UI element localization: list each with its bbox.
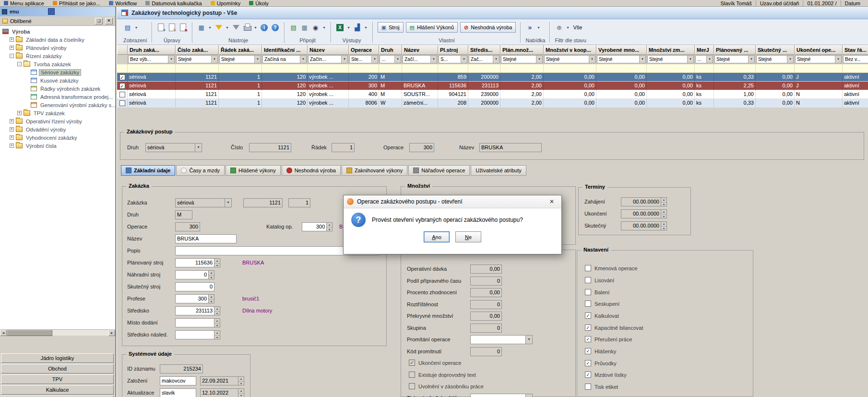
procento-zhodnoceni-field[interactable]: 0,00 bbox=[470, 288, 502, 297]
cislo-field[interactable]: 1121 bbox=[249, 143, 291, 152]
filter-icon[interactable] bbox=[215, 25, 222, 30]
sidebar-hscrollbar[interactable] bbox=[0, 329, 115, 336]
spinner-icon[interactable] bbox=[214, 318, 220, 327]
expand-icon[interactable] bbox=[10, 46, 14, 50]
expand-icon[interactable] bbox=[10, 144, 14, 148]
tree-item[interactable]: TPV zakázek bbox=[0, 109, 115, 117]
katalog-op-field[interactable]: 300 bbox=[302, 222, 327, 231]
radek-field[interactable]: 1 bbox=[332, 143, 355, 152]
filter-dropdown[interactable]: Stejné bbox=[501, 55, 543, 63]
tree-item[interactable]: Řádky výrobních zakázek bbox=[0, 84, 115, 93]
column-header[interactable]: Středis... bbox=[468, 45, 500, 55]
zakazka-radek-field[interactable]: 1 bbox=[288, 198, 310, 207]
promitani-operace-combo[interactable] bbox=[470, 335, 533, 344]
baleni-checkbox[interactable] bbox=[585, 289, 591, 295]
nazev-field[interactable]: BRUSKA bbox=[479, 143, 542, 152]
sidebar-titlebar[interactable]: enu bbox=[0, 7, 115, 16]
attach-photo-icon[interactable] bbox=[311, 23, 320, 32]
row-checkbox[interactable] bbox=[119, 92, 125, 97]
spinner-icon[interactable] bbox=[214, 306, 220, 315]
close-icon[interactable] bbox=[105, 18, 113, 24]
spinner-icon[interactable] bbox=[214, 258, 220, 267]
zakazka-cislo-field[interactable]: 1121 bbox=[243, 198, 283, 207]
module-button-kalkulace[interactable]: Kalkulace bbox=[1, 385, 114, 395]
pin-icon[interactable] bbox=[48, 8, 55, 15]
filter-dropdown[interactable]: Stejné bbox=[795, 55, 842, 63]
ukonceni-operace-checkbox[interactable]: ✓ bbox=[409, 360, 415, 366]
spinner-icon[interactable] bbox=[238, 388, 244, 397]
expand-icon[interactable] bbox=[10, 127, 14, 132]
zahajeni-date-field[interactable]: 00.00.0000 bbox=[621, 197, 661, 206]
spinner-icon[interactable] bbox=[238, 376, 244, 385]
module-button-obchod[interactable]: Obchod bbox=[1, 364, 114, 373]
chevron-down-icon[interactable] bbox=[254, 25, 258, 30]
tree-item[interactable]: Operativní řízení výroby bbox=[0, 117, 115, 125]
chart-export-icon[interactable] bbox=[353, 23, 362, 32]
chevron-down-icon[interactable] bbox=[536, 25, 540, 30]
tab-neshodna-vyroba[interactable]: Neshodná výroba bbox=[282, 165, 341, 176]
menu-item-workflow[interactable]: Workflow bbox=[109, 0, 137, 6]
print-icon[interactable] bbox=[243, 23, 251, 32]
minimize-icon[interactable] bbox=[95, 18, 103, 24]
row-checkbox[interactable] bbox=[119, 100, 125, 106]
nahradni-stroj-field[interactable]: 0 bbox=[175, 270, 209, 279]
tree-item[interactable]: Plánování výroby bbox=[0, 44, 115, 52]
spinner-icon[interactable] bbox=[661, 209, 667, 218]
column-header[interactable]: Název bbox=[402, 45, 438, 55]
stroj-button[interactable]: Stroj bbox=[378, 22, 404, 33]
column-header[interactable]: Vyrobené mno... bbox=[596, 45, 647, 55]
spinner-icon[interactable] bbox=[209, 294, 214, 303]
tree-item[interactable]: Řízení zakázky bbox=[0, 52, 115, 60]
skutecny-date-field[interactable]: 00.00.0000 bbox=[621, 221, 661, 230]
kapacitne-bilancovat-checkbox[interactable]: ✓ bbox=[585, 325, 591, 331]
uvolneni-zasobnik-checkbox[interactable] bbox=[409, 383, 415, 389]
operace-field[interactable]: 300 bbox=[409, 143, 434, 152]
misto-dodani-field[interactable] bbox=[175, 318, 214, 327]
column-header[interactable]: Množství zm... bbox=[647, 45, 695, 55]
expand-icon[interactable] bbox=[10, 37, 14, 42]
filter-dropdown[interactable]: Stejné bbox=[219, 55, 261, 63]
tree-item[interactable]: Tvorba zakázek bbox=[0, 60, 115, 68]
seskupeni-checkbox[interactable] bbox=[585, 301, 591, 307]
profese-field[interactable]: 300 bbox=[175, 294, 209, 303]
tab-naradove-operace[interactable]: Nářaďové operace bbox=[408, 165, 470, 176]
filter-dropdown[interactable]: Stejné bbox=[647, 55, 694, 63]
zalozeni-user-field[interactable]: makovcov bbox=[160, 376, 196, 385]
scroll-left-icon[interactable] bbox=[0, 330, 7, 336]
dialog-titlebar[interactable]: Operace zakázkového postupu - otevření bbox=[344, 195, 561, 208]
menu-item-menu-aplikace[interactable]: Menu aplikace bbox=[4, 0, 44, 6]
help-icon[interactable] bbox=[272, 24, 279, 31]
menu-item-prihlasit[interactable]: Přihlásit se jako... bbox=[53, 0, 100, 6]
operace-field[interactable]: 300 bbox=[175, 222, 200, 231]
tab-hlasene-vykony[interactable]: Hlášené výkony bbox=[226, 165, 281, 176]
kalkulovat-checkbox[interactable]: ✓ bbox=[585, 313, 591, 319]
tree-item[interactable]: Adresná transformace prodej... bbox=[0, 93, 115, 101]
podil-pripravneho-casu-field[interactable]: 0 bbox=[470, 277, 502, 286]
stredisko-field[interactable]: 231113 bbox=[175, 306, 214, 315]
hlasenky-checkbox[interactable]: ✓ bbox=[585, 348, 591, 354]
column-header[interactable]: Plánovaný ... bbox=[714, 45, 756, 55]
filter-dropdown[interactable]: Stejné bbox=[597, 55, 646, 63]
filter-dropdown[interactable]: ... bbox=[380, 55, 401, 63]
close-icon[interactable] bbox=[546, 197, 558, 207]
skupina-field[interactable]: 0 bbox=[470, 324, 502, 333]
grid-new-row[interactable] bbox=[117, 64, 868, 73]
mzdove-listky-checkbox[interactable]: ✓ bbox=[585, 372, 591, 378]
aktualizace-date-field[interactable]: 12.10.2022 bbox=[200, 388, 238, 397]
module-button-tpv[interactable]: TPV bbox=[1, 374, 114, 384]
excel-export-icon[interactable] bbox=[336, 24, 344, 31]
column-header[interactable]: Stav řá... bbox=[843, 45, 868, 55]
filter-dropdown[interactable]: Stejné bbox=[176, 55, 218, 63]
filter-dropdown[interactable]: Začí... bbox=[403, 55, 437, 63]
column-header[interactable]: Ukončení ope... bbox=[795, 45, 843, 55]
scroll-right-icon[interactable] bbox=[108, 330, 115, 336]
table-row-current[interactable]: ✓ sériová 1121 1 120 výrobek ... 300 M B… bbox=[117, 82, 868, 90]
tab-uzivatelske-atributy[interactable]: Uživatelské atributy bbox=[471, 165, 526, 176]
tab-zakladni-udaje[interactable]: Základní údaje bbox=[121, 165, 175, 176]
menu-more-icon[interactable] bbox=[525, 23, 534, 32]
expand-icon[interactable] bbox=[10, 119, 14, 123]
ukonceni-date-field[interactable]: 00.00.0000 bbox=[621, 209, 661, 218]
chevron-down-icon[interactable] bbox=[322, 25, 326, 30]
planovany-stroj-field[interactable]: 115636 bbox=[175, 258, 214, 267]
column-header[interactable]: Řádek zaká... bbox=[219, 45, 262, 55]
